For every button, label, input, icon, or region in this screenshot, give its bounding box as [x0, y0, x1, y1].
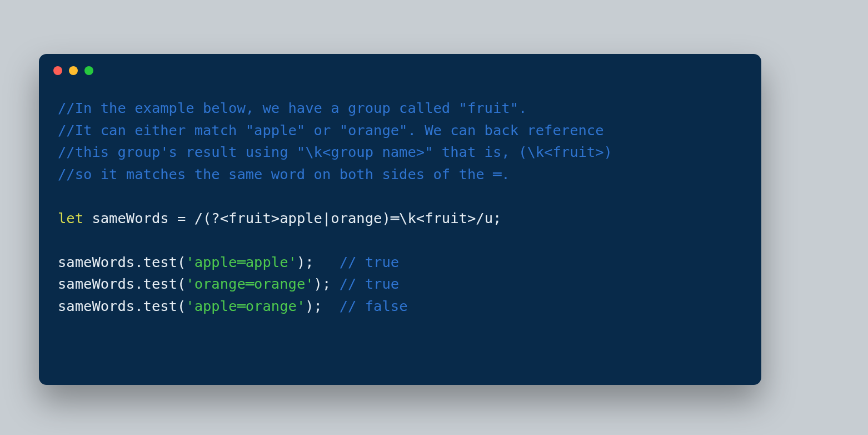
call-expr: sameWords.test( — [58, 254, 186, 270]
string-literal: 'orange═orange' — [186, 275, 313, 292]
call-close: ); — [305, 298, 322, 314]
code-comment: //In the example below, we have a group … — [58, 100, 527, 116]
call-expr: sameWords.test( — [58, 298, 186, 314]
pad — [322, 298, 340, 314]
pad — [314, 254, 340, 270]
pad — [331, 275, 339, 292]
code-comment: // true — [340, 254, 399, 270]
code-card: //In the example below, we have a group … — [39, 54, 761, 385]
call-close: ); — [297, 254, 314, 270]
var-name: sameWords — [83, 210, 177, 226]
code-block: //In the example below, we have a group … — [39, 75, 761, 317]
code-comment: //It can either match "apple" or "orange… — [58, 122, 604, 139]
call-expr: sameWords.test( — [58, 275, 186, 292]
call-close: ); — [314, 275, 331, 292]
regex-literal: = /(?<fruit>apple|orange)═\k<fruit>/u; — [177, 210, 501, 226]
zoom-icon[interactable] — [84, 66, 93, 75]
string-literal: 'apple═orange' — [186, 298, 305, 314]
code-comment: // true — [340, 275, 399, 292]
minimize-icon[interactable] — [69, 66, 78, 75]
keyword-let: let — [58, 210, 83, 226]
window-titlebar — [39, 54, 761, 75]
string-literal: 'apple═apple' — [186, 254, 297, 270]
code-comment: //this group's result using "\k<group na… — [58, 144, 612, 160]
close-icon[interactable] — [53, 66, 62, 75]
code-comment: //so it matches the same word on both si… — [58, 166, 510, 182]
code-comment: // false — [340, 298, 408, 314]
